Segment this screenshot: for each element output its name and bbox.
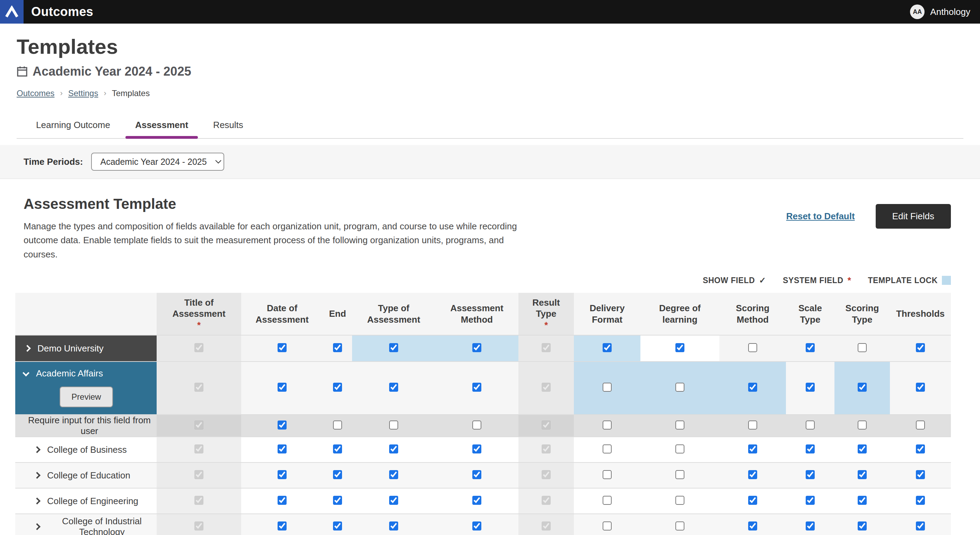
- field-checkbox-college-of-education-delivery-format[interactable]: [603, 470, 612, 479]
- field-checkbox-demo-university-type-of-assessment[interactable]: [389, 343, 398, 352]
- field-checkbox-college-of-business-scoring-type[interactable]: [858, 444, 867, 454]
- field-checkbox-college-of-business-title-of-assessment: [194, 444, 204, 454]
- cell-college-of-engineering-scoring-method: [719, 488, 786, 514]
- field-checkbox-academic-affairs-degree-of-learning[interactable]: [675, 383, 684, 392]
- field-checkbox-college-of-business-scale-type[interactable]: [806, 444, 815, 454]
- cell-demo-university-result-type: [519, 335, 574, 361]
- field-checkbox-demo-university-scale-type[interactable]: [806, 343, 815, 352]
- field-checkbox-college-of-business-type-of-assessment[interactable]: [389, 444, 398, 454]
- field-checkbox-require-input-date-of-assessment[interactable]: [278, 420, 286, 430]
- field-checkbox-demo-university-degree-of-learning[interactable]: [675, 343, 684, 352]
- field-checkbox-college-of-education-scoring-method[interactable]: [748, 470, 757, 479]
- field-checkbox-demo-university-scoring-type[interactable]: [858, 343, 867, 352]
- field-checkbox-demo-university-title-of-assessment: [194, 343, 204, 352]
- org-row-toggle-college-of-education[interactable]: College of Education: [15, 470, 157, 481]
- org-row-toggle-academic-affairs[interactable]: Academic Affairs: [24, 368, 148, 379]
- field-checkbox-college-of-education-thresholds[interactable]: [916, 470, 925, 479]
- org-row-toggle-college-of-engineering[interactable]: College of Engineering: [15, 496, 157, 506]
- field-checkbox-college-of-education-date-of-assessment[interactable]: [278, 470, 286, 479]
- field-checkbox-require-input-scale-type[interactable]: [806, 420, 815, 430]
- field-checkbox-require-input-end[interactable]: [333, 420, 342, 430]
- field-checkbox-require-input-type-of-assessment[interactable]: [389, 420, 398, 430]
- field-checkbox-academic-affairs-scoring-type[interactable]: [858, 383, 867, 392]
- field-checkbox-academic-affairs-delivery-format[interactable]: [603, 383, 612, 392]
- time-period-select[interactable]: Academic Year 2024 - 2025: [91, 153, 224, 171]
- field-checkbox-require-input-delivery-format[interactable]: [603, 420, 612, 430]
- edit-fields-button[interactable]: Edit Fields: [876, 204, 951, 228]
- field-checkbox-college-of-education-end[interactable]: [333, 470, 342, 479]
- field-checkbox-demo-university-delivery-format[interactable]: [603, 343, 612, 352]
- field-checkbox-college-of-education-assessment-method[interactable]: [473, 470, 481, 479]
- field-checkbox-college-of-business-scoring-method[interactable]: [748, 444, 757, 454]
- org-row-toggle-college-of-business[interactable]: College of Business: [15, 444, 157, 455]
- field-checkbox-college-of-engineering-thresholds[interactable]: [916, 496, 925, 505]
- field-checkbox-academic-affairs-scoring-method[interactable]: [748, 383, 757, 392]
- field-checkbox-college-of-business-assessment-method[interactable]: [473, 444, 481, 454]
- field-checkbox-college-of-industrial-technology-degree-of-learning[interactable]: [675, 521, 684, 530]
- field-checkbox-academic-affairs-scale-type[interactable]: [806, 383, 815, 392]
- field-checkbox-require-input-scoring-type[interactable]: [858, 420, 867, 430]
- field-checkbox-college-of-business-degree-of-learning[interactable]: [675, 444, 684, 454]
- field-checkbox-academic-affairs-end[interactable]: [333, 383, 342, 392]
- field-checkbox-college-of-engineering-type-of-assessment[interactable]: [389, 496, 398, 505]
- field-checkbox-demo-university-assessment-method[interactable]: [473, 343, 481, 352]
- field-checkbox-college-of-industrial-technology-assessment-method[interactable]: [473, 521, 481, 530]
- field-checkbox-college-of-industrial-technology-scoring-method[interactable]: [748, 521, 757, 530]
- field-checkbox-require-input-scoring-method[interactable]: [748, 420, 757, 430]
- tab-results[interactable]: Results: [210, 113, 246, 138]
- reset-to-default-link[interactable]: Reset to Default: [786, 211, 855, 222]
- field-checkbox-college-of-education-degree-of-learning[interactable]: [675, 470, 684, 479]
- field-checkbox-demo-university-thresholds[interactable]: [916, 343, 925, 352]
- cell-require-input-result-type: [519, 415, 574, 437]
- field-checkbox-college-of-business-thresholds[interactable]: [916, 444, 925, 454]
- breadcrumb-outcomes[interactable]: Outcomes: [17, 88, 54, 98]
- field-checkbox-college-of-engineering-end[interactable]: [333, 496, 342, 505]
- field-checkbox-college-of-industrial-technology-date-of-assessment[interactable]: [278, 521, 286, 530]
- field-checkbox-college-of-engineering-date-of-assessment[interactable]: [278, 496, 286, 505]
- field-checkbox-college-of-education-type-of-assessment[interactable]: [389, 470, 398, 479]
- asterisk-icon: *: [159, 319, 239, 331]
- field-checkbox-college-of-education-title-of-assessment: [194, 470, 204, 479]
- field-checkbox-college-of-business-delivery-format[interactable]: [603, 444, 612, 454]
- preview-button[interactable]: Preview: [60, 386, 113, 407]
- field-checkbox-require-input-assessment-method[interactable]: [473, 420, 481, 430]
- field-checkbox-college-of-industrial-technology-scale-type[interactable]: [806, 521, 815, 530]
- field-checkbox-college-of-engineering-title-of-assessment: [194, 496, 204, 505]
- tab-assessment[interactable]: Assessment: [132, 113, 191, 138]
- field-checkbox-academic-affairs-assessment-method[interactable]: [473, 383, 481, 392]
- field-checkbox-college-of-industrial-technology-delivery-format[interactable]: [603, 521, 612, 530]
- field-checkbox-demo-university-scoring-method[interactable]: [748, 343, 757, 352]
- field-checkbox-college-of-industrial-technology-type-of-assessment[interactable]: [389, 521, 398, 530]
- field-checkbox-demo-university-date-of-assessment[interactable]: [278, 343, 286, 352]
- cell-require-input-assessment-method: [435, 415, 519, 437]
- field-checkbox-college-of-engineering-scoring-method[interactable]: [748, 496, 757, 505]
- field-checkbox-college-of-business-date-of-assessment[interactable]: [278, 444, 286, 454]
- field-checkbox-college-of-industrial-technology-end[interactable]: [333, 521, 342, 530]
- field-checkbox-college-of-engineering-degree-of-learning[interactable]: [675, 496, 684, 505]
- field-checkbox-college-of-education-scale-type[interactable]: [806, 470, 815, 479]
- user-avatar[interactable]: AA: [910, 5, 924, 19]
- field-checkbox-college-of-engineering-scale-type[interactable]: [806, 496, 815, 505]
- tab-learning-outcome[interactable]: Learning Outcome: [33, 113, 113, 138]
- field-checkbox-college-of-engineering-delivery-format[interactable]: [603, 496, 612, 505]
- field-checkbox-require-input-thresholds[interactable]: [916, 420, 925, 430]
- field-checkbox-require-input-degree-of-learning[interactable]: [675, 420, 684, 430]
- breadcrumb-settings[interactable]: Settings: [68, 88, 99, 98]
- table-row: College of Business: [15, 437, 951, 463]
- field-checkbox-academic-affairs-thresholds[interactable]: [916, 383, 925, 392]
- field-checkbox-college-of-business-end[interactable]: [333, 444, 342, 454]
- field-checkbox-college-of-education-scoring-type[interactable]: [858, 470, 867, 479]
- org-row-toggle-college-of-industrial-technology[interactable]: College of Industrial Technology: [15, 516, 157, 535]
- section-description: Manage the types and composition of fiel…: [24, 219, 538, 261]
- field-checkbox-academic-affairs-date-of-assessment[interactable]: [278, 383, 286, 392]
- column-header-scoring-method: Scoring Method: [719, 293, 786, 335]
- column-header-end: End: [323, 293, 352, 335]
- org-row-toggle-demo-university[interactable]: Demo University: [15, 343, 157, 354]
- field-checkbox-academic-affairs-type-of-assessment[interactable]: [389, 383, 398, 392]
- field-checkbox-college-of-engineering-assessment-method[interactable]: [473, 496, 481, 505]
- cell-college-of-education-type-of-assessment: [352, 463, 435, 488]
- field-checkbox-college-of-industrial-technology-thresholds[interactable]: [916, 521, 925, 530]
- field-checkbox-demo-university-end[interactable]: [333, 343, 342, 352]
- field-checkbox-college-of-industrial-technology-scoring-type[interactable]: [858, 521, 867, 530]
- field-checkbox-college-of-engineering-scoring-type[interactable]: [858, 496, 867, 505]
